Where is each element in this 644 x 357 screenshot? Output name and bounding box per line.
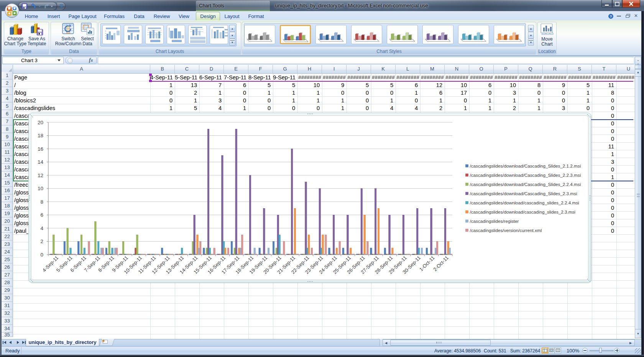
svg-text:?: ? <box>610 15 612 18</box>
svg-text:18: 18 <box>38 133 43 138</box>
svg-text:/cascadingslides/download/Casc: /cascadingslides/download/Cascading_Slid… <box>470 191 577 196</box>
svg-text:/cascadingslides/download/Casc: /cascadingslides/download/Cascading_Slid… <box>470 163 581 168</box>
svg-text:0: 0 <box>40 252 43 258</box>
svg-text:/cascadingslides/download/casc: /cascadingslides/download/cascading_slid… <box>470 200 579 205</box>
svg-text:10: 10 <box>38 186 43 191</box>
svg-text:/cascadingslides/download/Casc: /cascadingslides/download/Cascading_Slid… <box>470 173 581 178</box>
svg-text:2-Oct-11: 2-Oct-11 <box>432 255 450 273</box>
svg-text:8: 8 <box>40 199 43 205</box>
svg-text:/cascadingslides/download/casc: /cascadingslides/download/cascading_slid… <box>470 209 575 214</box>
svg-text:/cascadingslides/register: /cascadingslides/register <box>470 219 519 224</box>
svg-text:16: 16 <box>38 146 43 152</box>
svg-text:4: 4 <box>40 225 43 231</box>
svg-text:/cascadingslides/version/curre: /cascadingslides/version/current.xml <box>470 228 542 233</box>
svg-text:2: 2 <box>40 239 43 244</box>
svg-text:14: 14 <box>38 159 44 165</box>
svg-text:12: 12 <box>38 173 43 178</box>
svg-text:/cascadingslides/download/Casc: /cascadingslides/download/Cascading_Slid… <box>470 182 581 187</box>
svg-text:6: 6 <box>40 212 43 218</box>
svg-text:20: 20 <box>38 120 43 125</box>
